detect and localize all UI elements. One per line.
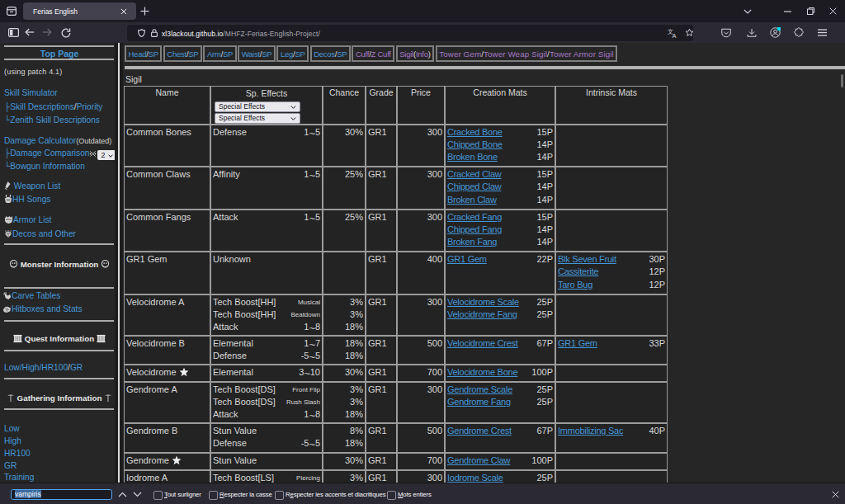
svg-text:A: A — [673, 31, 677, 38]
